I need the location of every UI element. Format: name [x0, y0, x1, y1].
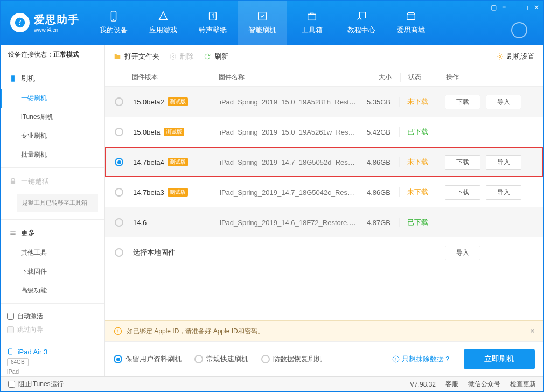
svg-point-7	[499, 55, 501, 58]
svg-rect-5	[9, 349, 12, 354]
download-button[interactable]: 下载	[445, 185, 480, 200]
notice-close-icon[interactable]: ×	[530, 326, 535, 336]
firmware-row[interactable]: 14.6iPad_Spring_2019_14.6_18F72_Restore.…	[105, 207, 543, 237]
minimize-icon[interactable]: —	[511, 4, 518, 11]
sidebar-more-head[interactable]: 更多	[1, 223, 104, 243]
firmware-row[interactable]: 15.0beta测试版iPad_Spring_2019_15.0_19A5261…	[105, 117, 543, 147]
col-version: 固件版本	[132, 73, 213, 82]
main-nav: 我的设备应用游戏铃声壁纸智能刷机工具箱教程中心爱思商城	[89, 1, 543, 45]
row-actions: 下载导入	[437, 95, 534, 109]
nav-item-0[interactable]: 我的设备	[89, 1, 138, 45]
sidebar-flash-head[interactable]: 刷机	[1, 68, 104, 89]
row-size: 5.35GB	[356, 98, 399, 106]
download-button[interactable]: 下载	[445, 155, 480, 170]
download-button[interactable]	[511, 22, 527, 38]
nav-item-1[interactable]: 应用游戏	[138, 1, 188, 45]
col-filename: 固件名称	[213, 73, 357, 82]
flash-option-0[interactable]: 保留用户资料刷机	[114, 354, 182, 364]
nav-item-6[interactable]: 爱思商城	[386, 1, 436, 45]
notice-text: 如已绑定 Apple ID，请准备好 Apple ID和密码。	[127, 327, 264, 336]
auto-activate-checkbox[interactable]: 自动激活	[7, 310, 98, 323]
shirt-icon[interactable]: ▢	[491, 4, 497, 11]
firmware-row[interactable]: 选择本地固件导入	[105, 237, 543, 268]
row-actions: 下载导入	[437, 185, 534, 200]
menu-icon[interactable]: ≡	[502, 4, 506, 11]
device-capacity: 64GB	[7, 358, 29, 366]
status-label: 设备连接状态：	[8, 51, 53, 58]
sidebar-more-item-0[interactable]: 其他工具	[1, 243, 104, 262]
footer-support[interactable]: 客服	[445, 380, 458, 389]
firmware-table: 15.0beta2测试版iPad_Spring_2019_15.0_19A528…	[105, 87, 543, 268]
flash-option-2[interactable]: 防数据恢复刷机	[261, 354, 322, 364]
row-size: 4.87GB	[356, 219, 399, 227]
col-size: 大小	[357, 73, 400, 82]
app-header: 爱思助手 www.i4.cn 我的设备应用游戏铃声壁纸智能刷机工具箱教程中心爱思…	[1, 1, 543, 45]
sidebar-more-item-2[interactable]: 高级功能	[1, 281, 104, 300]
download-button[interactable]: 下载	[445, 95, 480, 109]
row-version: 14.7beta4测试版	[133, 158, 214, 166]
flash-now-button[interactable]: 立即刷机	[464, 349, 535, 369]
device-name: iPad Air 3	[18, 348, 48, 356]
open-folder-button[interactable]: 打开文件夹	[114, 52, 159, 61]
refresh-button[interactable]: 刷新	[204, 52, 228, 61]
row-radio[interactable]	[115, 218, 123, 227]
sidebar-flash-item-0[interactable]: 一键刷机	[1, 89, 104, 108]
firmware-row[interactable]: 14.7beta3测试版iPad_Spring_2019_14.7_18G504…	[105, 177, 543, 207]
delete-button: 删除	[169, 52, 194, 61]
import-button[interactable]: 导入	[486, 185, 521, 200]
row-radio[interactable]	[115, 248, 123, 257]
firmware-row[interactable]: 15.0beta2测试版iPad_Spring_2019_15.0_19A528…	[105, 87, 543, 117]
logo-icon	[10, 13, 30, 32]
row-radio[interactable]	[115, 128, 123, 136]
device-type: iPad	[7, 368, 98, 375]
firmware-row[interactable]: 14.7beta4测试版iPad_Spring_2019_14.7_18G505…	[105, 147, 543, 177]
row-filename: iPad_Spring_2019_14.7_18G5042c_Restore.i…	[214, 188, 356, 197]
jailbreak-note: 越狱工具已转移至工具箱	[17, 194, 98, 212]
row-size: 4.86GB	[356, 188, 399, 197]
toolbar: 打开文件夹 删除 刷新 刷机设置	[105, 45, 543, 68]
flash-settings-button[interactable]: 刷机设置	[496, 52, 535, 61]
sidebar-more-item-1[interactable]: 下载固件	[1, 262, 104, 281]
sidebar-flash-item-2[interactable]: 专业刷机	[1, 127, 104, 145]
nav-item-5[interactable]: 教程中心	[337, 1, 386, 45]
close-icon[interactable]: ✕	[534, 4, 539, 11]
row-status: 未下载	[399, 157, 437, 167]
window-controls: ▢ ≡ — ◻ ✕	[491, 4, 539, 11]
row-filename: 选择本地固件	[133, 248, 356, 257]
erase-data-link[interactable]: 只想抹除数据？	[392, 354, 451, 364]
row-filename: iPad_Spring_2019_14.7_18G5052d_Restore.i…	[214, 158, 356, 166]
app-title: 爱思助手	[34, 12, 79, 27]
flash-option-1[interactable]: 常规快速刷机	[194, 354, 248, 364]
app-logo: 爱思助手 www.i4.cn	[1, 1, 89, 45]
maximize-icon[interactable]: ◻	[523, 4, 528, 11]
footer-update[interactable]: 检查更新	[510, 380, 536, 389]
nav-item-3[interactable]: 智能刷机	[238, 1, 287, 45]
import-button[interactable]: 导入	[486, 95, 521, 109]
row-radio[interactable]	[115, 158, 123, 166]
svg-rect-2	[210, 12, 217, 20]
footer-wechat[interactable]: 微信公众号	[468, 380, 500, 389]
import-button[interactable]: 导入	[445, 246, 480, 260]
connection-status: 设备连接状态：正常模式	[1, 45, 104, 65]
nav-item-2[interactable]: 铃声壁纸	[188, 1, 238, 45]
col-status: 状态	[400, 73, 438, 82]
row-status: 未下载	[399, 187, 437, 197]
row-actions: 下载导入	[437, 155, 534, 170]
device-info[interactable]: iPad Air 3 64GB iPad	[1, 342, 104, 380]
nav-item-4[interactable]: 工具箱	[287, 1, 337, 45]
sidebar-flash-item-3[interactable]: 批量刷机	[1, 145, 104, 164]
table-header: 固件版本 固件名称 大小 状态 操作	[105, 68, 543, 87]
row-radio[interactable]	[115, 97, 123, 106]
import-button[interactable]: 导入	[486, 155, 521, 170]
skip-guide-checkbox: 跳过向导	[7, 323, 98, 337]
col-action: 操作	[438, 73, 535, 82]
sidebar-flash-item-1[interactable]: iTunes刷机	[1, 108, 104, 127]
notice-bar: 如已绑定 Apple ID，请准备好 Apple ID和密码。 ×	[105, 320, 543, 341]
row-status: 未下载	[399, 97, 437, 107]
row-status: 已下载	[399, 127, 437, 137]
row-radio[interactable]	[115, 188, 123, 197]
block-itunes-checkbox[interactable]: 阻止iTunes运行	[8, 380, 64, 389]
row-version: 15.0beta测试版	[133, 128, 214, 136]
row-status: 已下载	[399, 218, 437, 227]
row-filename: iPad_Spring_2019_14.6_18F72_Restore.ipsw	[214, 219, 356, 227]
